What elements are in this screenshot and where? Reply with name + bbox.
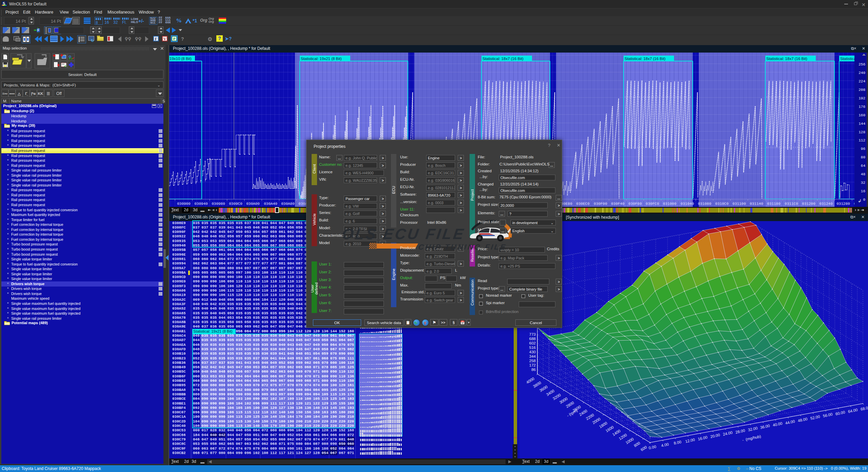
svg-text:030F80: 030F80: [628, 202, 642, 206]
svg-text:031040: 031040: [680, 202, 694, 206]
svg-text:344: 344: [529, 354, 536, 358]
svg-text:86: 86: [531, 368, 536, 372]
svg-text:030EC0: 030EC0: [576, 202, 590, 206]
svg-text:Statistical: 18x7 (16 Bit): Statistical: 18x7 (16 Bit): [766, 57, 807, 61]
svg-text:030900: 030900: [177, 202, 191, 206]
svg-text:031140: 031140: [750, 202, 763, 206]
svg-text:Statistical: 18x: Statistical: 18x: [840, 57, 854, 61]
svg-text:Statistical: 18x7 (16 Bit): Statistical: 18x7 (16 Bit): [482, 57, 524, 61]
svg-text:030A40: 030A40: [264, 202, 277, 206]
svg-text:516: 516: [529, 346, 536, 350]
svg-text:688: 688: [529, 337, 536, 341]
svg-text:031100: 031100: [732, 202, 746, 206]
svg-text:030F00: 030F00: [594, 202, 607, 206]
svg-text:030F40: 030F40: [611, 202, 625, 206]
svg-text:030A00: 030A00: [246, 202, 260, 206]
svg-text:030A80: 030A80: [281, 202, 295, 206]
svg-text:031280: 031280: [836, 202, 850, 206]
svg-text:Statistical: 19x21 (8 Bit): Statistical: 19x21 (8 Bit): [301, 57, 342, 61]
svg-text:0311C0: 0311C0: [785, 202, 798, 206]
svg-text:19x10 (8 Bit): 19x10 (8 Bit): [170, 57, 192, 61]
svg-text:430: 430: [529, 350, 536, 354]
svg-text:602: 602: [529, 341, 536, 345]
svg-text:0309C0: 0309C0: [229, 202, 242, 206]
svg-text:031240: 031240: [819, 202, 833, 206]
svg-text:030FC0: 030FC0: [646, 202, 659, 206]
svg-text:031080: 031080: [698, 202, 711, 206]
svg-text:Statistical: 18x7 (16 Bit): Statistical: 18x7 (16 Bit): [625, 57, 666, 61]
svg-text:031200: 031200: [802, 202, 815, 206]
svg-text:031180: 031180: [767, 202, 781, 206]
svg-text:773: 773: [529, 332, 536, 336]
svg-text:0310C0: 0310C0: [715, 202, 729, 206]
svg-text:258: 258: [529, 359, 536, 363]
svg-text:030980: 030980: [212, 202, 225, 206]
svg-text:030940: 030940: [194, 202, 208, 206]
svg-text:172: 172: [529, 363, 536, 367]
svg-text:031000: 031000: [663, 202, 676, 206]
